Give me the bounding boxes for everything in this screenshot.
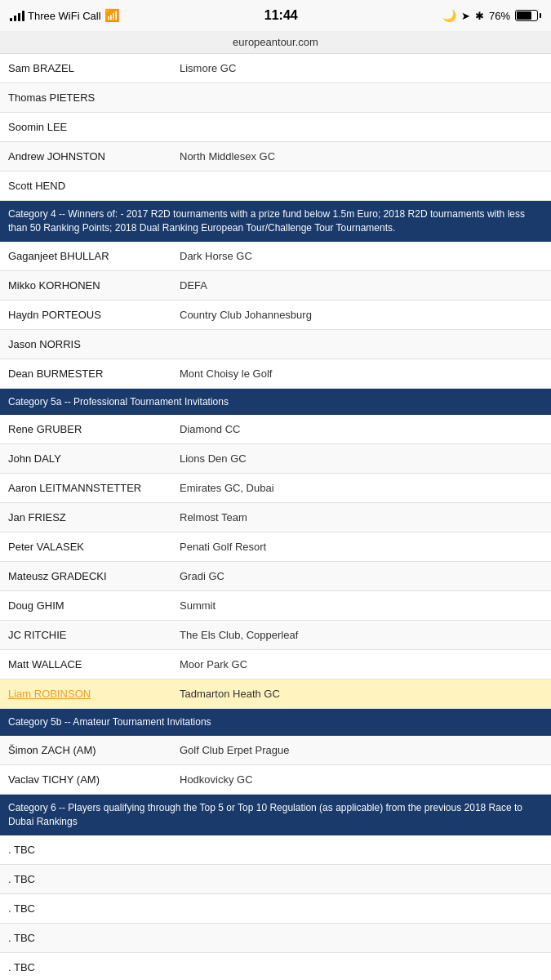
table-row: Mikko KORHONENDEFA [0, 271, 551, 301]
category-header: Category 6 -- Players qualifying through… [0, 795, 551, 835]
table-row: Liam ROBINSONTadmarton Heath GC [0, 679, 551, 709]
table-row: Haydn PORTEOUSCountry Club Johannesburg [0, 301, 551, 330]
player-name: Matt WALLACE [8, 658, 171, 670]
category-header: Category 5a -- Professional Tournament I… [0, 389, 551, 416]
club-name: Penati Golf Resort [171, 541, 543, 553]
club-name: Mont Choisy le Golf [171, 368, 543, 380]
table-row: Aaron LEITMANNSTETTEREmirates GC, Dubai [0, 474, 551, 503]
player-name: Soomin LEE [8, 121, 171, 133]
player-name: Aaron LEITMANNSTETTER [8, 482, 171, 494]
table-row: Doug GHIMSummit [0, 591, 551, 621]
table-row: Gaganjeet BHULLARDark Horse GC [0, 242, 551, 271]
club-name: Hodkovicky GC [171, 773, 543, 786]
player-name: Peter VALASEK [8, 541, 171, 553]
table-row: Peter VALASEKPenati Golf Resort [0, 532, 551, 562]
table-row: Matt WALLACEMoor Park GC [0, 650, 551, 679]
table-row: Thomas PIETERS [0, 83, 551, 113]
club-name: Moor Park GC [171, 658, 543, 670]
category-header: Category 4 -- Winners of: - 2017 R2D tou… [0, 201, 551, 242]
location-icon: ➤ [461, 10, 470, 22]
table-row: JC RITCHIEThe Els Club, Copperleaf [0, 621, 551, 650]
table-row: Dean BURMESTERMont Choisy le Golf [0, 359, 551, 389]
table-row: Rene GRUBERDiamond CC [0, 415, 551, 444]
player-name: Andrew JOHNSTON [8, 150, 171, 163]
player-name: Dean BURMESTER [8, 368, 171, 380]
player-name: Vaclav TICHY (AM) [8, 773, 171, 786]
player-name: Doug GHIM [8, 599, 171, 612]
player-name: . TBC [8, 961, 171, 973]
player-name: JC RITCHIE [8, 629, 171, 641]
table-row: . TBC [0, 953, 551, 980]
club-name: Emirates GC, Dubai [171, 482, 543, 494]
table-row: . TBC [0, 865, 551, 894]
club-name: Golf Club Erpet Prague [171, 744, 543, 756]
player-name: . TBC [8, 844, 171, 856]
table-row: . TBC [0, 924, 551, 953]
club-name: The Els Club, Copperleaf [171, 629, 543, 641]
player-name: . TBC [8, 873, 171, 885]
table-row: Jason NORRIS [0, 330, 551, 359]
player-name: Haydn PORTEOUS [8, 309, 171, 321]
url-bar[interactable]: europeantour.com [0, 31, 551, 54]
category-header: Category 5b -- Amateur Tournament Invita… [0, 709, 551, 736]
club-name: Lions Den GC [171, 452, 543, 465]
player-name: Šimon ZACH (AM) [8, 744, 171, 756]
player-name[interactable]: Liam ROBINSON [8, 688, 171, 700]
battery-percentage: 76% [489, 10, 510, 22]
table-row: . TBC [0, 835, 551, 865]
signal-bars-icon [10, 10, 24, 21]
table-row: Sam BRAZELLismore GC [0, 54, 551, 83]
table-row: Scott HEND [0, 172, 551, 201]
club-name: Gradi GC [171, 570, 543, 582]
bluetooth-icon: ✱ [475, 10, 484, 22]
status-left: Three WiFi Call 📶 [10, 8, 120, 23]
wifi-icon: 📶 [104, 8, 120, 23]
club-name: Dark Horse GC [171, 250, 543, 262]
table-row: Jan FRIESZRelmost Team [0, 503, 551, 532]
carrier-label: Three WiFi Call [28, 10, 101, 22]
table-row: Vaclav TICHY (AM)Hodkovicky GC [0, 765, 551, 795]
table-row: Andrew JOHNSTONNorth Middlesex GC [0, 142, 551, 172]
results-table: Sam BRAZELLismore GCThomas PIETERSSoomin… [0, 54, 551, 980]
club-name: North Middlesex GC [171, 150, 543, 163]
table-row: . TBC [0, 894, 551, 924]
table-row: Soomin LEE [0, 113, 551, 142]
club-name: DEFA [171, 279, 543, 292]
player-name: . TBC [8, 902, 171, 915]
player-name: Scott HEND [8, 180, 171, 192]
moon-icon: 🌙 [442, 9, 456, 22]
player-name: John DALY [8, 452, 171, 465]
player-name: Mikko KORHONEN [8, 279, 171, 292]
player-name: Rene GRUBER [8, 423, 171, 435]
club-name: Summit [171, 599, 543, 612]
player-name: Jason NORRIS [8, 338, 171, 350]
club-name: Diamond CC [171, 423, 543, 435]
table-row: Šimon ZACH (AM)Golf Club Erpet Prague [0, 736, 551, 765]
url-text: europeantour.com [233, 36, 318, 48]
club-name: Lismore GC [171, 62, 543, 74]
player-name: Sam BRAZEL [8, 62, 171, 74]
battery-icon [515, 10, 541, 21]
player-name: Mateusz GRADECKI [8, 570, 171, 582]
time-label: 11:44 [264, 8, 298, 23]
player-name: Thomas PIETERS [8, 91, 171, 104]
table-row: John DALYLions Den GC [0, 444, 551, 474]
status-right: 🌙 ➤ ✱ 76% [442, 9, 541, 22]
club-name: Country Club Johannesburg [171, 309, 543, 321]
table-row: Mateusz GRADECKIGradi GC [0, 562, 551, 591]
club-name: Relmost Team [171, 511, 543, 523]
club-name: Tadmarton Heath GC [171, 688, 543, 700]
player-name: Gaganjeet BHULLAR [8, 250, 171, 262]
status-bar: Three WiFi Call 📶 11:44 🌙 ➤ ✱ 76% [0, 0, 551, 31]
player-name: . TBC [8, 932, 171, 944]
player-name: Jan FRIESZ [8, 511, 171, 523]
